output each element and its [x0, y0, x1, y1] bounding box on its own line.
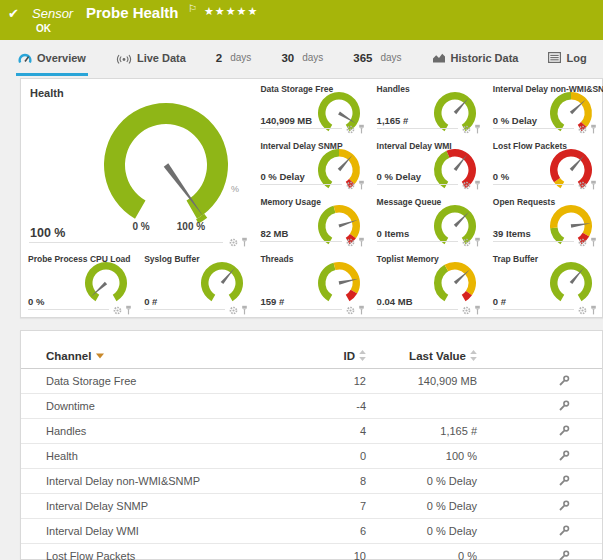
tab-2-days[interactable]: 2days	[214, 40, 254, 76]
gauge-title: Data Storage Free	[260, 84, 333, 94]
table-row-interval-delay-wmi[interactable]: Interval Delay WMI60 % Delay	[21, 519, 602, 544]
channel-settings-icon[interactable]	[558, 475, 570, 487]
pin-icon[interactable]	[241, 305, 248, 315]
pin-icon[interactable]	[474, 124, 481, 134]
tile-actions	[229, 305, 248, 315]
gauge-title: Interval Delay SNMP	[260, 141, 342, 151]
gear-icon[interactable]	[462, 238, 471, 247]
gear-icon[interactable]	[578, 125, 587, 134]
tab-label: Log	[566, 52, 586, 64]
gear-icon[interactable]	[578, 238, 587, 247]
tab-number: 30	[281, 52, 294, 64]
pin-icon[interactable]	[125, 305, 132, 315]
gear-icon[interactable]	[229, 238, 238, 247]
sort-both-icon[interactable]	[470, 350, 477, 361]
tab-historic-data[interactable]: Historic Data	[430, 40, 521, 76]
tile-actions	[346, 180, 365, 190]
gear-icon[interactable]	[113, 306, 122, 315]
gauge-tile-health: Health 0 %100 %% 100 %	[21, 79, 253, 249]
divider	[260, 309, 341, 310]
tab-overview[interactable]: Overview	[16, 40, 88, 76]
divider	[377, 241, 458, 242]
table-row-downtime[interactable]: Downtime-4	[21, 394, 602, 419]
gauge-value: 0 %	[493, 171, 509, 182]
gauge-title: Interval Delay WMI	[377, 141, 452, 151]
tab-number: 2	[216, 52, 222, 64]
pin-icon[interactable]	[590, 180, 597, 190]
tab-live-data[interactable]: Live Data	[114, 40, 188, 76]
channel-settings-icon[interactable]	[558, 400, 570, 412]
channel-settings-icon[interactable]	[558, 525, 570, 537]
svg-text:%: %	[231, 184, 239, 194]
column-header-last-value[interactable]: Last Value	[366, 350, 477, 362]
sort-both-icon[interactable]	[359, 350, 366, 361]
table-row-interval-delay-snmp[interactable]: Interval Delay SNMP70 % Delay	[21, 494, 602, 519]
gear-icon[interactable]	[578, 181, 587, 190]
pin-icon[interactable]	[474, 180, 481, 190]
sort-desc-icon[interactable]	[96, 353, 104, 359]
pin-icon[interactable]	[590, 237, 597, 247]
tab-log[interactable]: Log	[546, 40, 588, 76]
cell-channel: Interval Delay WMI	[46, 525, 256, 537]
tab-365-days[interactable]: 365days	[351, 40, 403, 76]
divider	[260, 241, 341, 242]
channel-settings-icon[interactable]	[558, 450, 570, 462]
gear-icon[interactable]	[346, 306, 355, 315]
divider	[377, 128, 458, 129]
gear-icon[interactable]	[346, 125, 355, 134]
priority-stars[interactable]: ★★★★★	[204, 5, 258, 18]
channel-settings-icon[interactable]	[558, 550, 570, 560]
pin-icon[interactable]	[358, 237, 365, 247]
gear-icon[interactable]	[462, 181, 471, 190]
sensor-status-bar: ✔ Sensor Probe Health ⚐ ★★★★★ OK	[0, 0, 603, 40]
table-row-health[interactable]: Health0100 %	[21, 444, 602, 469]
table-row-lost-flow-packets[interactable]: Lost Flow Packets100 %	[21, 544, 602, 560]
pin-icon[interactable]	[241, 237, 248, 247]
cell-id: 10	[256, 550, 366, 560]
divider	[493, 309, 574, 310]
tile-actions	[229, 237, 248, 247]
cell-id: 4	[256, 425, 366, 437]
table-row-data-storage-free[interactable]: Data Storage Free12140,909 MB	[21, 369, 602, 394]
flag-icon[interactable]: ⚐	[188, 3, 197, 14]
gear-icon[interactable]	[346, 238, 355, 247]
gauge-title: Threads	[260, 254, 293, 264]
tab-label: days	[302, 52, 323, 63]
gauge-value: 0 %	[28, 296, 44, 307]
channel-settings-icon[interactable]	[558, 425, 570, 437]
table-body: Data Storage Free12140,909 MBDowntime-4H…	[21, 369, 602, 560]
gauge-value: 159 #	[260, 296, 284, 307]
pin-icon[interactable]	[590, 124, 597, 134]
gauge-value: 0 % Delay	[260, 171, 304, 182]
pin-icon[interactable]	[358, 180, 365, 190]
gear-icon[interactable]	[346, 181, 355, 190]
tab-bar: OverviewLive Data2days30days365daysHisto…	[0, 40, 603, 76]
pin-icon[interactable]	[474, 305, 481, 315]
pin-icon[interactable]	[358, 124, 365, 134]
cell-last-value: 0 % Delay	[366, 475, 477, 487]
column-header-channel[interactable]: Channel	[46, 350, 256, 362]
column-header-id[interactable]: ID	[256, 350, 366, 362]
table-row-interval-delay-non-wmi-snmp[interactable]: Interval Delay non-WMI&SNMP80 % Delay	[21, 469, 602, 494]
tab-label: days	[380, 52, 401, 63]
gauge-tile-toplist-memory: Toplist Memory0.04 MB	[370, 249, 486, 317]
gauge-tile-probe-process-cpu-load: Probe Process CPU Load0 %	[21, 249, 137, 317]
gauge-title: Memory Usage	[260, 197, 320, 207]
gear-icon[interactable]	[462, 125, 471, 134]
gear-icon[interactable]	[578, 306, 587, 315]
gauge-title: Lost Flow Packets	[493, 141, 567, 151]
gauge-tile-lost-flow-packets: Lost Flow Packets0 %	[486, 136, 602, 192]
divider	[493, 128, 574, 129]
pin-icon[interactable]	[358, 305, 365, 315]
tab-label: days	[230, 52, 251, 63]
pin-icon[interactable]	[474, 237, 481, 247]
channel-settings-icon[interactable]	[558, 375, 570, 387]
sensor-title[interactable]: Probe Health	[86, 4, 179, 21]
table-row-handles[interactable]: Handles41,165 #	[21, 419, 602, 444]
tile-actions	[113, 305, 132, 315]
gear-icon[interactable]	[462, 306, 471, 315]
channel-settings-icon[interactable]	[558, 500, 570, 512]
pin-icon[interactable]	[590, 305, 597, 315]
gear-icon[interactable]	[229, 306, 238, 315]
tab-30-days[interactable]: 30days	[279, 40, 325, 76]
